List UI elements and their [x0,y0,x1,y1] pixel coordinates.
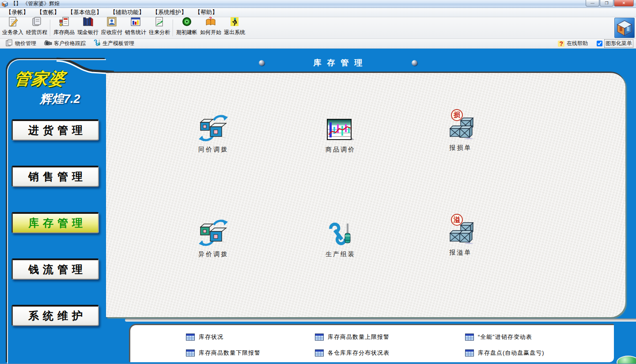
exit-system-icon [229,16,240,28]
toolbar-exit-system[interactable]: 退出系统 [223,18,246,38]
app-window: 【】 《管家婆》辉煌 — ❐ ✕ 【录帐】 【查帐】 【基本信息】 【辅助功能】… [0,0,636,364]
menu-basic-info[interactable]: 【基本信息】 [64,8,106,17]
main-area: 管家婆 辉煌7.2 进货管理 销售管理 库存管理 钱流管理 系统维护 库存管理 … [0,49,636,364]
toolbar-sales-stats[interactable]: 销售统计 [124,18,148,38]
window-title: 【】 《管家婆》辉煌 [11,0,60,8]
sales-stats-icon [130,16,141,28]
menu-query[interactable]: 【查帐】 [33,8,64,17]
question-mark-icon: ? [558,41,564,47]
toolbar-business-history[interactable]: 经营历程 [25,18,49,38]
module-same-price-transfer[interactable]: 同价调拨 [180,114,246,154]
toolbar-inventory-goods[interactable]: 库存商品 [52,18,76,38]
sidebar-item-cashflow[interactable]: 钱流管理 [11,258,99,280]
app-cube-icon [1,0,8,8]
report-upper-limit-alarm[interactable]: 库存商品数量上限报警 [315,333,465,341]
subtoolbar-production-template[interactable]: 生产模板管理 [91,38,137,49]
minimize-button[interactable]: — [586,0,599,7]
brand-logo: 管家婆 [13,68,67,90]
menubar: 【录帐】 【查帐】 【基本信息】 【辅助功能】 【系统维护】 【帮助】 [0,8,636,17]
overflow-badge: 溢 [451,214,463,226]
subtoolbar-price-management[interactable]: 物价管理 [3,38,39,49]
sidebar-item-purchase[interactable]: 进货管理 [11,119,99,140]
sidebar-item-system[interactable]: 系统维护 [11,305,99,326]
report-panel: 库存状况 库存商品数量上限报警 “全能”进销存变动表 库存商品数量下限报警 各仓… [129,324,614,362]
module-loss-report[interactable]: 损 报损单 [428,113,494,152]
module-production-assembly[interactable]: 生产组装 [307,219,374,258]
report-lower-limit-alarm[interactable]: 库存商品数量下限报警 [186,349,315,357]
cash-bank-icon [83,16,93,28]
corner-ball-decoration [617,356,636,364]
warehouse-transfer-same-price-icon [199,114,228,142]
report-inventory-status[interactable]: 库存状况 [186,333,315,341]
production-assembly-tools-icon [328,219,353,246]
section-divider [125,318,636,322]
table-report-icon [465,349,474,356]
how-to-start-icon: ? [205,16,216,28]
toolbar-receivable-payable[interactable]: 应收应付 [100,18,124,38]
receivable-payable-icon [106,16,117,28]
graphic-menu-cube-icon[interactable] [614,18,635,38]
sidebar-item-sales[interactable]: 销售管理 [11,166,99,187]
subtoolbar-customer-price-tracking[interactable]: 客户价格跟踪 [41,38,89,49]
toolbar-separator [50,19,51,36]
table-report-icon [186,334,195,341]
report-warehouse-distribution[interactable]: 各仓库库存分布状况表 [315,349,465,357]
sidebar: 管家婆 辉煌7.2 进货管理 销售管理 库存管理 钱流管理 系统维护 [7,59,106,364]
toolbar-transaction-analysis[interactable]: 往来分析 [148,18,171,38]
menu-record[interactable]: 【录帐】 [2,8,33,17]
module-panel: 同价调拨 商品调价 损 报损单 异价调拨 生产组装 溢 报溢单 [106,72,625,317]
close-button[interactable]: ✕ [614,0,634,7]
report-allround-change-table[interactable]: “全能”进销存变动表 [465,333,614,341]
table-report-icon [315,349,324,356]
overflow-report-boxes-icon: 溢 [447,217,475,245]
sphere-icon [412,60,417,66]
menu-help[interactable]: 【帮助】 [191,8,222,17]
toolbar-separator [173,19,174,36]
sphere-icon [259,60,265,66]
restore-button[interactable]: ❐ [600,0,613,7]
business-entry-icon [8,16,18,28]
page-title: 库存管理 [308,57,368,68]
loss-badge: 损 [451,109,463,121]
toolbar: 业务录入 经营历程 库存商品 现金银行 应收应付 销售统计 往来分析 [0,17,636,39]
module-overflow-report[interactable]: 溢 报溢单 [428,217,494,257]
toolbar-how-to-start[interactable]: ? 如何开始 [199,18,223,38]
price-adjust-chart-icon [327,114,354,142]
transaction-analysis-icon [154,16,165,28]
menu-aux-functions[interactable]: 【辅助功能】 [106,8,148,17]
price-management-icon [6,39,13,48]
brand-version: 辉煌7.2 [40,91,80,107]
menu-system-maintenance[interactable]: 【系统维护】 [148,8,191,17]
customer-price-tracking-icon [44,39,52,48]
graphic-menu-toggle[interactable]: 图形化菜单 [597,39,633,48]
table-report-icon [465,334,474,341]
warehouse-transfer-diff-price-icon [199,219,228,246]
online-help-button[interactable]: ? 在线帮助 [558,40,588,47]
business-history-icon [31,16,42,28]
table-report-icon [315,334,324,341]
table-report-icon [186,349,195,356]
inventory-goods-icon [59,16,69,28]
module-price-adjust[interactable]: 商品调价 [307,114,374,154]
sidebar-item-inventory[interactable]: 库存管理 [11,212,99,233]
toolbar-initial-account[interactable]: 期初建帐 [175,18,199,38]
toolbar-business-entry[interactable]: 业务录入 [1,18,25,38]
report-stocktaking[interactable]: 库存盘点(自动盘赢盘亏) [465,349,614,357]
content-header: 库存管理 [106,57,570,68]
graphic-menu-checkbox[interactable] [597,41,602,46]
loss-report-boxes-icon: 损 [447,113,475,140]
titlebar: 【】 《管家婆》辉煌 — ❐ ✕ [0,0,636,8]
svg-text:?: ? [209,16,212,21]
initial-account-icon [182,16,192,28]
toolbar-cash-bank[interactable]: 现金银行 [76,18,100,38]
production-template-icon [94,39,101,48]
subtoolbar: 物价管理 客户价格跟踪 生产模板管理 ? 在线帮助 图形化菜单 [0,39,636,49]
module-diff-price-transfer[interactable]: 异价调拨 [180,219,246,258]
